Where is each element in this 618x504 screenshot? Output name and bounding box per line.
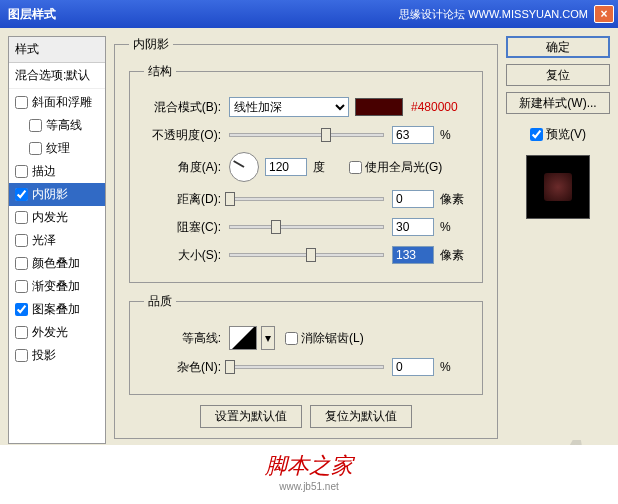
blend-options[interactable]: 混合选项:默认	[9, 63, 105, 89]
quality-group: 品质 等高线: ▾ 消除锯齿(L) 杂色(N): %	[129, 293, 483, 395]
style-label: 光泽	[32, 232, 56, 249]
choke-input[interactable]	[392, 218, 434, 236]
preview-thumbnail	[526, 155, 590, 219]
style-item[interactable]: 内阴影	[9, 183, 105, 206]
cancel-button[interactable]: 复位	[506, 64, 610, 86]
contour-picker[interactable]	[229, 326, 257, 350]
style-label: 颜色叠加	[32, 255, 80, 272]
style-label: 投影	[32, 347, 56, 364]
style-item[interactable]: 内发光	[9, 206, 105, 229]
layer-style-dialog: 图层样式 思缘设计论坛 WWW.MISSYUAN.COM × 样式 混合选项:默…	[0, 0, 618, 504]
titlebar-credit: 思缘设计论坛 WWW.MISSYUAN.COM	[399, 7, 588, 22]
style-label: 等高线	[46, 117, 82, 134]
choke-slider[interactable]	[229, 225, 384, 229]
style-label: 纹理	[46, 140, 70, 157]
color-hex: #480000	[411, 100, 458, 114]
opacity-input[interactable]	[392, 126, 434, 144]
choke-label: 阻塞(C):	[144, 219, 229, 236]
size-slider[interactable]	[229, 253, 384, 257]
style-checkbox[interactable]	[15, 349, 28, 362]
footer-brand: 脚本之家 www.jb51.net	[0, 445, 618, 504]
style-item[interactable]: 等高线	[9, 114, 105, 137]
contour-label: 等高线:	[144, 330, 229, 347]
style-label: 渐变叠加	[32, 278, 80, 295]
style-checkbox[interactable]	[15, 211, 28, 224]
distance-input[interactable]	[392, 190, 434, 208]
style-checkbox[interactable]	[15, 96, 28, 109]
style-item[interactable]: 外发光	[9, 321, 105, 344]
inner-shadow-fieldset: 内阴影 结构 混合模式(B): 线性加深 #480000 不透明度(O): %	[114, 36, 498, 439]
close-button[interactable]: ×	[594, 5, 614, 23]
styles-list: 样式 混合选项:默认 斜面和浮雕等高线纹理描边内阴影内发光光泽颜色叠加渐变叠加图…	[8, 36, 106, 444]
noise-slider[interactable]	[229, 365, 384, 369]
style-label: 内发光	[32, 209, 68, 226]
angle-dial[interactable]	[229, 152, 259, 182]
style-checkbox[interactable]	[15, 257, 28, 270]
antialias-check[interactable]: 消除锯齿(L)	[285, 330, 364, 347]
contour-dropdown[interactable]: ▾	[261, 326, 275, 350]
right-panel: 确定 复位 新建样式(W)... 预览(V)	[506, 36, 610, 444]
style-item[interactable]: 渐变叠加	[9, 275, 105, 298]
blend-mode-select[interactable]: 线性加深	[229, 97, 349, 117]
style-label: 斜面和浮雕	[32, 94, 92, 111]
style-checkbox[interactable]	[29, 142, 42, 155]
settings-panel: 内阴影 结构 混合模式(B): 线性加深 #480000 不透明度(O): %	[114, 36, 498, 444]
global-light-check[interactable]: 使用全局光(G)	[349, 159, 442, 176]
titlebar: 图层样式 思缘设计论坛 WWW.MISSYUAN.COM ×	[0, 0, 618, 28]
blend-mode-label: 混合模式(B):	[144, 99, 229, 116]
style-item[interactable]: 图案叠加	[9, 298, 105, 321]
style-checkbox[interactable]	[15, 234, 28, 247]
style-checkbox[interactable]	[15, 326, 28, 339]
style-item[interactable]: 斜面和浮雕	[9, 91, 105, 114]
style-checkbox[interactable]	[29, 119, 42, 132]
reset-default-button[interactable]: 复位为默认值	[310, 405, 412, 428]
opacity-label: 不透明度(O):	[144, 127, 229, 144]
style-label: 外发光	[32, 324, 68, 341]
style-item[interactable]: 光泽	[9, 229, 105, 252]
style-label: 图案叠加	[32, 301, 80, 318]
style-item[interactable]: 颜色叠加	[9, 252, 105, 275]
new-style-button[interactable]: 新建样式(W)...	[506, 92, 610, 114]
distance-slider[interactable]	[229, 197, 384, 201]
shadow-color-swatch[interactable]	[355, 98, 403, 116]
noise-label: 杂色(N):	[144, 359, 229, 376]
size-label: 大小(S):	[144, 247, 229, 264]
structure-legend: 结构	[144, 63, 176, 80]
noise-input[interactable]	[392, 358, 434, 376]
ok-button[interactable]: 确定	[506, 36, 610, 58]
window-title: 图层样式	[8, 6, 399, 23]
style-checkbox[interactable]	[15, 303, 28, 316]
style-item[interactable]: 描边	[9, 160, 105, 183]
make-default-button[interactable]: 设置为默认值	[200, 405, 302, 428]
structure-group: 结构 混合模式(B): 线性加深 #480000 不透明度(O): %	[129, 63, 483, 283]
preview-check[interactable]: 预览(V)	[506, 126, 610, 143]
style-item[interactable]: 纹理	[9, 137, 105, 160]
distance-label: 距离(D):	[144, 191, 229, 208]
style-label: 描边	[32, 163, 56, 180]
quality-legend: 品质	[144, 293, 176, 310]
angle-label: 角度(A):	[144, 159, 229, 176]
size-input[interactable]	[392, 246, 434, 264]
style-checkbox[interactable]	[15, 280, 28, 293]
opacity-slider[interactable]	[229, 133, 384, 137]
angle-input[interactable]	[265, 158, 307, 176]
style-checkbox[interactable]	[15, 188, 28, 201]
styles-header: 样式	[9, 37, 105, 63]
style-checkbox[interactable]	[15, 165, 28, 178]
style-label: 内阴影	[32, 186, 68, 203]
panel-title: 内阴影	[129, 36, 173, 53]
style-item[interactable]: 投影	[9, 344, 105, 367]
